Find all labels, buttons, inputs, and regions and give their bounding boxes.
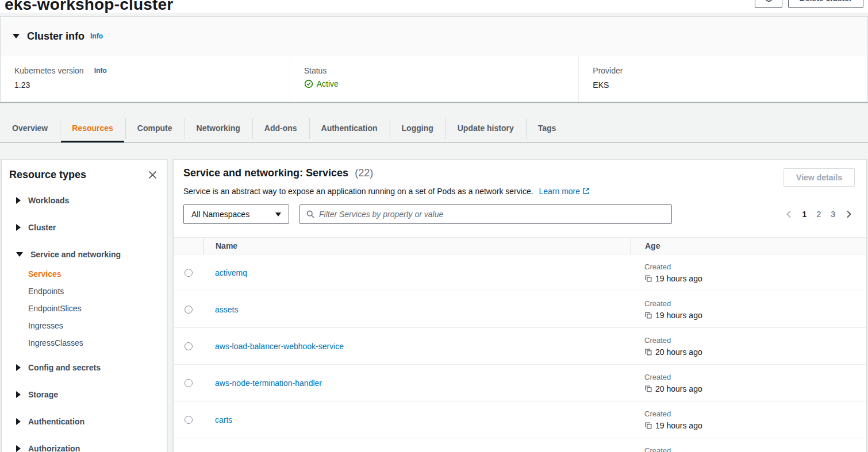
chevron-right-icon [16,364,21,371]
delete-cluster-button[interactable]: Delete cluster [788,0,863,8]
services-description: Service is an abstract way to expose an … [183,187,590,196]
next-page-icon[interactable] [845,210,853,219]
page-number-3[interactable]: 3 [831,210,835,219]
services-count: (22) [355,167,373,179]
sidebar-item-endpoints[interactable]: Endpoints [28,283,167,300]
sidebar-group-config-and-secrets[interactable]: Config and secrets [2,357,167,378]
page-title: eks-workshop-cluster [5,0,868,14]
copy-icon[interactable] [644,422,652,430]
search-input[interactable] [319,210,666,219]
sidebar-group-storage[interactable]: Storage [2,384,167,405]
chevron-right-icon [16,445,21,452]
status-check-icon [304,79,313,88]
table-row-partial: Created [174,438,866,452]
collapse-caret-icon [13,34,20,38]
cluster-tabs: Overview Resources Compute Networking Ad… [0,114,868,143]
view-details-button[interactable]: View details [783,168,855,187]
table-row: assets Created 19 hours ago [174,291,866,328]
service-link[interactable]: activemq [215,268,247,277]
services-panel-title: Service and networking: Services [183,167,348,179]
column-header-age: Age [631,238,866,254]
refresh-icon [764,0,774,3]
cluster-info-info-link[interactable]: Info [90,32,103,40]
table-row: carts Created 19 hours ago [174,401,866,438]
sidebar-group-authentication[interactable]: Authentication [2,411,167,432]
cluster-info-header[interactable]: Cluster info Info [1,17,867,56]
previous-page-icon[interactable] [785,210,793,219]
tab-add-ons[interactable]: Add-ons [252,114,309,142]
sidebar-group-authorization[interactable]: Authorization [2,438,167,452]
service-networking-sublist: Services Endpoints EndpointSlices Ingres… [2,265,167,351]
sidebar-group-workloads[interactable]: Workloads [2,190,167,211]
search-icon [306,210,315,219]
status-field: Status Active [290,56,579,102]
tab-update-history[interactable]: Update history [445,114,526,142]
page-number-1[interactable]: 1 [802,210,807,219]
page-header: eks-workshop-cluster Delete cluster [0,0,868,13]
provider-field: Provider EKS [578,56,867,102]
refresh-button[interactable] [755,0,782,8]
sidebar-item-endpointslices[interactable]: EndpointSlices [28,300,167,317]
service-link[interactable]: carts [215,415,232,424]
tab-networking[interactable]: Networking [185,114,252,142]
pagination: 1 2 3 [785,210,855,219]
sidebar-item-ingressclasses[interactable]: IngressClasses [28,334,167,351]
cluster-info-title: Cluster info [27,30,85,43]
table-header: Name Age [174,237,866,254]
tab-logging[interactable]: Logging [390,114,445,142]
kubernetes-version-label: Kubernetes version [14,66,84,75]
status-badge: Active [317,79,339,88]
services-filter [299,204,672,224]
sidebar-group-cluster[interactable]: Cluster [2,217,167,238]
resources-content: Resource types Workloads Cluster Service… [0,159,868,452]
copy-icon[interactable] [644,348,652,356]
copy-icon[interactable] [644,385,652,393]
services-table: Name Age activemq Created 19 hours ago a… [174,237,866,452]
close-icon[interactable] [147,169,158,180]
cluster-info-body: Kubernetes version Info 1.23 Status Acti… [1,56,867,102]
chevron-down-icon [16,252,23,257]
resource-types-sidebar: Resource types Workloads Cluster Service… [1,159,167,452]
kubernetes-version-info-link[interactable]: Info [94,67,107,75]
row-radio-button[interactable] [185,416,193,424]
service-link[interactable]: assets [215,305,238,314]
chevron-right-icon [16,224,21,231]
chevron-down-icon [275,213,281,217]
cluster-info-panel: Cluster info Info Kubernetes version Inf… [0,16,868,102]
tab-resources[interactable]: Resources [60,114,125,142]
chevron-right-icon [16,197,21,204]
status-label: Status [304,66,327,75]
service-link[interactable]: aws-load-balancer-webhook-service [215,342,344,351]
chevron-right-icon [16,418,21,425]
tab-tags[interactable]: Tags [526,114,569,142]
tab-authentication[interactable]: Authentication [309,114,390,142]
table-row: activemq Created 19 hours ago [174,254,866,291]
kubernetes-version-field: Kubernetes version Info 1.23 [1,56,290,102]
row-radio-button[interactable] [185,342,193,350]
provider-value: EKS [593,80,867,90]
copy-icon[interactable] [644,311,652,319]
table-row: aws-load-balancer-webhook-service Create… [174,328,866,365]
kubernetes-version-value: 1.23 [14,80,290,90]
page-number-2[interactable]: 2 [816,210,821,219]
sidebar-group-service-and-networking[interactable]: Service and networking [2,244,167,265]
namespace-select[interactable]: All Namespaces [183,204,289,224]
chevron-right-icon [16,391,21,398]
tab-compute[interactable]: Compute [125,114,185,142]
resource-types-title: Resource types [9,169,86,181]
column-header-name: Name [203,238,631,254]
row-radio-button[interactable] [185,269,193,277]
learn-more-link[interactable]: Learn more [539,187,589,196]
row-radio-button[interactable] [185,306,193,314]
sidebar-item-ingresses[interactable]: Ingresses [28,317,167,334]
services-panel: Service and networking: Services (22) Se… [173,159,867,452]
service-link[interactable]: aws-node-termination-handler [215,378,322,388]
sidebar-item-services[interactable]: Services [28,265,167,283]
provider-label: Provider [593,66,623,75]
table-row: aws-node-termination-handler Created 20 … [174,365,866,401]
row-radio-button[interactable] [185,379,193,387]
tab-overview[interactable]: Overview [0,114,60,142]
copy-icon[interactable] [644,275,652,283]
